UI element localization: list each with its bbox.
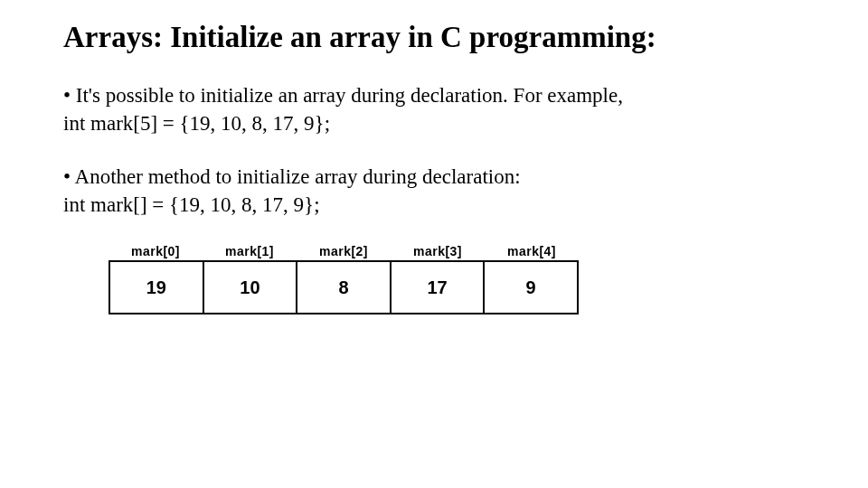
array-index-row: mark[0] mark[1] mark[2] mark[3] mark[4] [108, 244, 579, 260]
array-value-cell: 10 [204, 262, 298, 313]
para2-line1: • Another method to initialize array dur… [63, 163, 814, 191]
para1-line2: int mark[5] = {19, 10, 8, 17, 9}; [63, 109, 814, 137]
array-values-row: 19 10 8 17 9 [108, 260, 579, 314]
array-diagram: mark[0] mark[1] mark[2] mark[3] mark[4] … [108, 244, 579, 314]
slide: Arrays: Initialize an array in C program… [0, 0, 868, 314]
array-value-cell: 19 [110, 262, 204, 313]
para2-line2: int mark[] = {19, 10, 8, 17, 9}; [63, 191, 814, 219]
array-index-label: mark[1] [203, 244, 297, 260]
array-index-label: mark[2] [297, 244, 391, 260]
array-index-label: mark[4] [485, 244, 579, 260]
array-value-cell: 8 [297, 262, 392, 313]
array-index-label: mark[3] [391, 244, 485, 260]
array-value-cell: 9 [485, 262, 577, 313]
para1-line1: • It's possible to initialize an array d… [63, 81, 814, 109]
paragraph-1: • It's possible to initialize an array d… [63, 81, 814, 137]
array-value-cell: 17 [392, 262, 486, 313]
slide-title: Arrays: Initialize an array in C program… [63, 20, 814, 56]
paragraph-2: • Another method to initialize array dur… [63, 163, 814, 219]
array-index-label: mark[0] [108, 244, 203, 260]
